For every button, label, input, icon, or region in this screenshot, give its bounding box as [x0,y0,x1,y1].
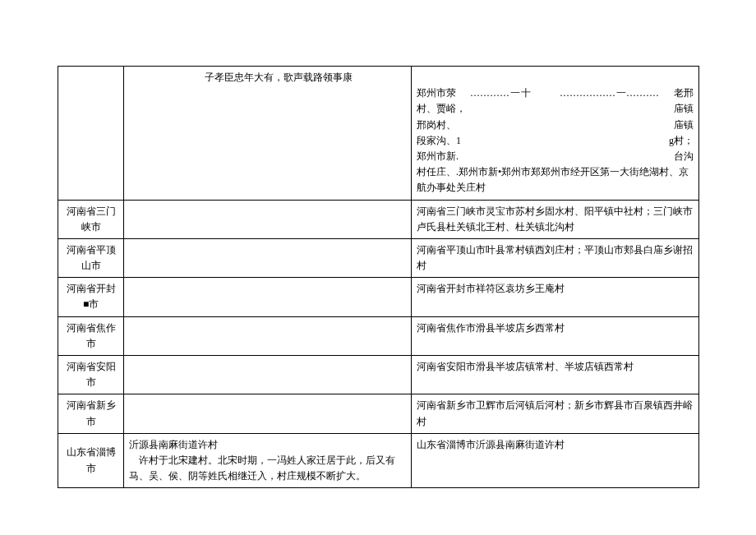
loc-cell: 河南省焦作市滑县半坡店乡西常村 [412,316,699,355]
loc-tail: 村任庄、.郑州市新•郑州市郑郑州市经开区第一大街绝湖村、京航办事处关庄村 [417,164,694,196]
desc-cell [124,316,412,355]
loc-line: 段家沟、1 g村； [417,133,694,149]
loc-cell: 河南省平顶山市叶县常村镇西刘庄村；平顶山市郏县白庙乡谢招村 [412,238,699,277]
table-row: 子孝臣忠年大有，歌声载路领事康 郑州市荥 ............一十 ....… [58,67,699,201]
region-cell: 河南省安阳市 [58,356,124,394]
table-row: 河南省安阳市 河南省安阳市滑县半坡店镇常村、半坡店镇西常村 [58,356,699,394]
region-cell: 河南省平顶山市 [58,238,124,277]
region-table: 子孝臣忠年大有，歌声载路领事康 郑州市荥 ............一十 ....… [58,66,699,488]
loc-cell: 河南省三门峡市灵宝市苏村乡固水村、阳平镇中社村；三门峡市卢氏县杜关镇北王村、杜关… [412,200,699,238]
region-cell [58,67,124,201]
loc-line: 邢岗村、 庙镇 [417,118,694,133]
region-cell: 山东省淄博市 [58,433,124,488]
table-row: 河南省三门峡市 河南省三门峡市灵宝市苏村乡固水村、阳平镇中社村；三门峡市卢氏县杜… [58,200,699,238]
desc-cell [124,238,412,277]
poem-line: 子孝臣忠年大有，歌声载路领事康 [129,70,406,85]
table-row: 山东省淄博市 沂源县南麻街道许村 许村于北宋建村。北宋时期，一冯姓人家迁居于此，… [58,433,699,488]
table-row: 河南省新乡市 河南省新乡市卫辉市后河镇后河村；新乡市辉县市百泉镇西井峪村 [58,394,699,433]
region-cell: 河南省新乡市 [58,394,124,433]
table-row: 河南省平顶山市 河南省平顶山市叶县常村镇西刘庄村；平顶山市郏县白庙乡谢招村 [58,238,699,277]
table-row: 河南省焦作市 河南省焦作市滑县半坡店乡西常村 [58,316,699,355]
region-cell: 河南省三门峡市 [58,200,124,238]
loc-cell: 郑州市荥 ............一十 .................一..… [412,67,699,201]
desc-body: 许村于北宋建村。北宋时期，一冯姓人家迁居于此，后又有马、吴、侯、阴等姓氏相继迁入… [129,453,406,484]
desc-cell: 子孝臣忠年大有，歌声载路领事康 [124,67,412,201]
desc-title: 沂源县南麻街道许村 [129,437,406,453]
loc-cell: 河南省开封市祥符区袁坊乡王庵村 [412,278,699,316]
loc-cell: 山东省淄博市沂源县南麻街道许村 [412,433,699,488]
region-cell: 河南省焦作市 [58,316,124,355]
desc-cell [124,278,412,316]
loc-cell: 河南省新乡市卫辉市后河镇后河村；新乡市辉县市百泉镇西井峪村 [412,394,699,433]
loc-line: 郑州市荥 ............一十 .................一..… [417,85,694,101]
loc-line: 郑州市新. 台沟 [417,149,694,164]
desc-cell: 沂源县南麻街道许村 许村于北宋建村。北宋时期，一冯姓人家迁居于此，后又有马、吴、… [124,433,412,488]
loc-cell: 河南省安阳市滑县半坡店镇常村、半坡店镇西常村 [412,356,699,394]
region-cell: 河南省开封■市 [58,278,124,316]
table-row: 河南省开封■市 河南省开封市祥符区袁坊乡王庵村 [58,278,699,316]
desc-cell [124,394,412,433]
desc-cell [124,356,412,394]
desc-cell [124,200,412,238]
loc-line: 村、贾峪， 庙镇 [417,101,694,117]
